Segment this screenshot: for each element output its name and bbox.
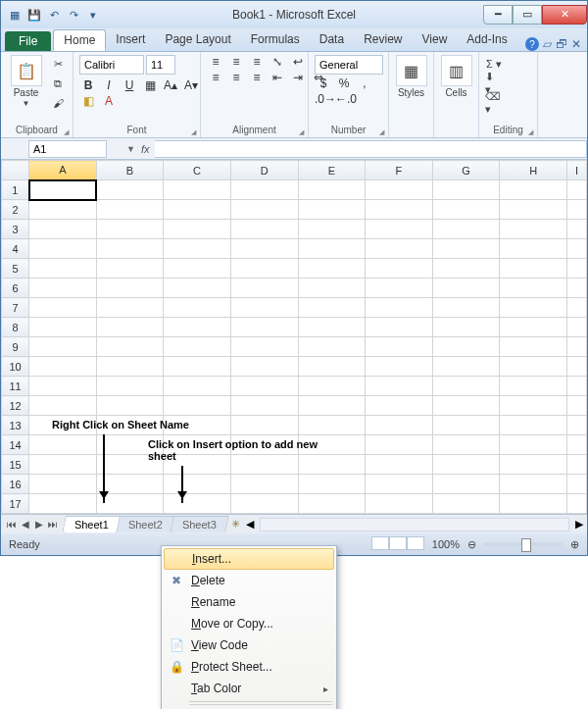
cell-I1[interactable] (567, 180, 587, 200)
ctx-insert[interactable]: Insert... (164, 548, 334, 556)
cell-D5[interactable] (230, 259, 298, 279)
cell-G3[interactable] (432, 220, 500, 239)
maximize-button[interactable]: ▭ (513, 5, 542, 25)
cell-H1[interactable] (500, 180, 567, 200)
font-size-combo[interactable] (146, 55, 175, 75)
cell-I10[interactable] (567, 357, 587, 377)
cell-A16[interactable] (29, 475, 97, 494)
cell-F15[interactable] (366, 455, 433, 475)
cell-B6[interactable] (96, 279, 164, 298)
cell-F16[interactable] (366, 475, 433, 494)
cell-H4[interactable] (500, 239, 567, 259)
zoom-slider[interactable] (484, 542, 563, 546)
cell-I3[interactable] (567, 220, 587, 239)
row-header-4[interactable]: 4 (2, 239, 29, 259)
cell-G4[interactable] (432, 239, 500, 259)
align-bottom-button[interactable]: ≡ (248, 55, 266, 69)
cell-B9[interactable] (96, 337, 164, 357)
cell-G10[interactable] (432, 357, 500, 377)
cell-G13[interactable] (432, 416, 500, 435)
cell-I13[interactable] (567, 416, 587, 435)
cell-I4[interactable] (567, 239, 587, 259)
cell-F11[interactable] (366, 377, 433, 396)
cell-E17[interactable] (298, 494, 366, 514)
formula-input[interactable] (155, 140, 587, 158)
cell-D3[interactable] (230, 220, 298, 239)
tab-formulas[interactable]: Formulas (241, 29, 310, 51)
cell-I14[interactable] (567, 435, 587, 455)
number-format-combo[interactable] (315, 55, 383, 75)
cell-C16[interactable] (164, 475, 231, 494)
cell-I16[interactable] (567, 475, 587, 494)
cell-G6[interactable] (432, 279, 500, 298)
font-color-button[interactable]: A (100, 94, 118, 108)
wrap-text-button[interactable]: ↩ (289, 55, 307, 69)
cell-E2[interactable] (298, 200, 366, 220)
cell-H17[interactable] (500, 494, 567, 514)
cell-C3[interactable] (164, 220, 231, 239)
prev-sheet-button[interactable]: ◀ (19, 519, 32, 530)
zoom-out-button[interactable]: ⊖ (467, 538, 476, 551)
decrease-decimal-button[interactable]: ←.0 (335, 92, 353, 106)
cell-F17[interactable] (366, 494, 433, 514)
cell-C17[interactable] (164, 494, 231, 514)
cell-E16[interactable] (298, 475, 366, 494)
redo-icon[interactable]: ↷ (66, 7, 81, 23)
tab-insert[interactable]: Insert (106, 29, 155, 51)
row-header-1[interactable]: 1 (2, 180, 29, 200)
row-header-3[interactable]: 3 (2, 220, 29, 239)
cell-C10[interactable] (164, 357, 231, 377)
align-top-button[interactable]: ≡ (207, 55, 224, 69)
cell-F1[interactable] (366, 180, 433, 200)
cell-F4[interactable] (366, 239, 433, 259)
cell-A17[interactable] (29, 494, 97, 514)
col-header-C[interactable]: C (164, 161, 231, 180)
align-center-button[interactable]: ≡ (227, 71, 245, 84)
cell-A9[interactable] (29, 337, 97, 357)
col-header-G[interactable]: G (432, 161, 500, 180)
align-middle-button[interactable]: ≡ (227, 55, 245, 69)
help-icon[interactable]: ? (525, 37, 539, 51)
cell-H11[interactable] (500, 377, 567, 396)
col-header-E[interactable]: E (298, 161, 366, 180)
name-box[interactable] (28, 140, 107, 158)
decrease-indent-button[interactable]: ⇤ (269, 71, 286, 84)
minimize-ribbon-icon[interactable]: ▱ (543, 37, 552, 51)
clear-button[interactable]: ⌫ ▾ (485, 94, 503, 112)
cell-H15[interactable] (500, 455, 567, 475)
cell-E8[interactable] (298, 318, 366, 337)
col-header-H[interactable]: H (500, 161, 567, 180)
first-sheet-button[interactable]: ⏮ (5, 519, 19, 530)
cell-D11[interactable] (230, 377, 298, 396)
cell-D9[interactable] (230, 337, 298, 357)
tab-add-ins[interactable]: Add-Ins (457, 29, 516, 51)
cell-C7[interactable] (164, 298, 231, 318)
align-right-button[interactable]: ≡ (248, 71, 266, 84)
row-header-7[interactable]: 7 (2, 298, 29, 318)
close-button[interactable]: ✕ (542, 5, 587, 25)
row-header-11[interactable]: 11 (2, 377, 29, 396)
col-header-A[interactable]: A (29, 161, 97, 180)
tab-page-layout[interactable]: Page Layout (155, 29, 240, 51)
cell-H2[interactable] (500, 200, 567, 220)
percent-button[interactable]: % (335, 76, 353, 90)
cell-F2[interactable] (366, 200, 433, 220)
select-all-corner[interactable] (2, 161, 29, 180)
minimize-button[interactable]: ━ (483, 5, 513, 25)
cell-G16[interactable] (432, 475, 500, 494)
cell-D1[interactable] (230, 180, 298, 200)
format-painter-icon[interactable]: 🖌 (49, 94, 67, 112)
restore-window-icon[interactable]: 🗗 (556, 37, 567, 51)
cell-H6[interactable] (500, 279, 567, 298)
cell-I2[interactable] (567, 200, 587, 220)
align-left-button[interactable]: ≡ (207, 71, 224, 84)
cell-F10[interactable] (366, 357, 433, 377)
cell-D10[interactable] (230, 357, 298, 377)
cells-button[interactable]: ▥Cells (440, 55, 472, 98)
last-sheet-button[interactable]: ⏭ (46, 519, 60, 530)
cell-B5[interactable] (96, 259, 164, 279)
cell-A5[interactable] (29, 259, 97, 279)
cell-F5[interactable] (366, 259, 433, 279)
border-button[interactable]: ▦ (141, 78, 159, 92)
file-tab[interactable]: File (5, 31, 51, 51)
